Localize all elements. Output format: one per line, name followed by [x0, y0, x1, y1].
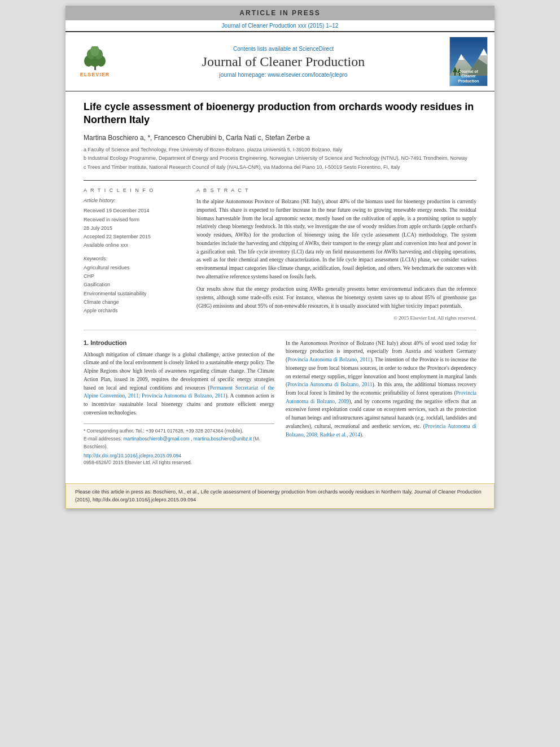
received-date: Received 19 December 2014: [84, 207, 185, 215]
aip-banner: ARTICLE IN PRESS: [65, 6, 495, 20]
journal-homepage-line: journal homepage: www.elsevier.com/locat…: [123, 72, 444, 78]
aip-banner-text: ARTICLE IN PRESS: [239, 9, 320, 17]
keyword-2: Gasification: [84, 281, 185, 289]
email-link-2[interactable]: martina.boschiero@unibz.it: [194, 436, 252, 442]
email-link-1[interactable]: martinaboschierob@gmail.com: [123, 436, 189, 442]
info-dates: Received 19 December 2014 Received in re…: [84, 207, 185, 250]
affiliation-a: a Faculty of Science and Technology, Fre…: [84, 146, 476, 154]
copyright-line: © 2015 Elsevier Ltd. All rights reserved…: [196, 315, 476, 321]
keywords-label: Keywords:: [84, 256, 185, 261]
corresponding-author: * Corresponding author. Tel.: +39 0471 0…: [84, 427, 274, 435]
homepage-label: journal homepage:: [220, 72, 266, 78]
citation-bar: Please cite this article in press as: Bo…: [65, 483, 495, 509]
issn-line: 0959-6526/© 2015 Elsevier Ltd. All right…: [84, 460, 274, 465]
intro-citation-link-5[interactable]: Provincia Autonoma di Bolzano, 2008; Rad…: [286, 423, 476, 438]
intro-heading-text: Introduction: [90, 339, 126, 346]
intro-heading: 1. Introduction: [84, 339, 274, 346]
keyword-1: CHP: [84, 272, 185, 281]
intro-para-1: Although mitigation of climate change is…: [84, 351, 274, 417]
keyword-0: Agricultural residues: [84, 264, 185, 272]
section-divider: [84, 330, 476, 330]
abstract-text-2: Our results show that the energy product…: [196, 285, 476, 310]
intro-para-right: In the Autonomous Province of Bolzano (N…: [286, 339, 476, 439]
journal-cover-image: Journal of Cleaner Production: [449, 37, 488, 86]
email-line: E-mail addresses: martinaboschierob@gmai…: [84, 435, 274, 451]
sciencedirect-link-text[interactable]: ScienceDirect: [299, 46, 334, 52]
authors-text: Martina Boschiero a, *, Francesco Cherub…: [84, 134, 310, 142]
keyword-5: Apple orchards: [84, 307, 185, 315]
article-title: Life cycle assessment of bioenergy produ…: [84, 101, 476, 127]
authors-line: Martina Boschiero a, *, Francesco Cherub…: [84, 134, 476, 142]
email-label: E-mail addresses:: [84, 436, 122, 442]
journal-ref-text: Journal of Cleaner Production xxx (2015)…: [222, 23, 339, 29]
contents-label: Contents lists available at: [233, 46, 297, 52]
article-info-col: A R T I C L E I N F O Article history: R…: [84, 187, 185, 320]
affiliation-b: b Industrial Ecology Programme, Departme…: [84, 155, 476, 163]
doi-link[interactable]: http://dx.doi.org/10.1016/j.jclepro.2015…: [84, 453, 181, 458]
homepage-url[interactable]: www.elsevier.com/locate/jclepro: [268, 72, 347, 78]
elsevier-label: ELSEVIER: [80, 72, 110, 77]
intro-citation-link-2[interactable]: Provincia Autonoma di Bolzano, 2011: [287, 357, 370, 362]
article-info-label: A R T I C L E I N F O: [84, 187, 185, 193]
abstract-text-1: In the alpine Autonomous Province of Bol…: [196, 198, 476, 281]
intro-number: 1.: [84, 339, 89, 346]
intro-citation-link-1[interactable]: Permanent Secretariat of the Alpine Conv…: [84, 385, 274, 399]
keywords-list: Agricultural residues CHP Gasification E…: [84, 264, 185, 316]
journal-header: ELSEVIER Contents lists available at Sci…: [65, 31, 495, 91]
intro-citation-link-3[interactable]: Provincia Autonoma di Bolzano, 2011: [287, 382, 372, 387]
available-online: Available online xxx: [84, 241, 185, 250]
footnote-section: * Corresponding author. Tel.: +39 0471 0…: [84, 423, 274, 451]
article-info-abstract: A R T I C L E I N F O Article history: R…: [84, 180, 476, 320]
article-content: Life cycle assessment of bioenergy produ…: [65, 91, 495, 474]
abstract-col: A B S T R A C T In the alpine Autonomous…: [196, 187, 476, 320]
citation-bar-text: Please cite this article in press as: Bo…: [75, 489, 482, 503]
doi-line: http://dx.doi.org/10.1016/j.jclepro.2015…: [84, 453, 274, 458]
affiliation-c: c Trees and Timber Institute, National R…: [84, 164, 476, 172]
intro-left-col: 1. Introduction Although mitigation of c…: [84, 339, 274, 466]
elsevier-tree-icon: [80, 46, 111, 72]
page: ARTICLE IN PRESS Journal of Cleaner Prod…: [65, 6, 495, 509]
revised-date: Received in revised form 28 July 2015: [84, 216, 185, 233]
cover-title-text: Journal of Cleaner Production: [458, 69, 479, 84]
journal-name: Journal of Cleaner Production: [123, 54, 444, 69]
keyword-3: Environmental sustainability: [84, 290, 185, 298]
accepted-date: Accepted 22 September 2015: [84, 233, 185, 241]
email-separator: ,: [191, 436, 192, 442]
history-label: Article history:: [84, 198, 185, 203]
elsevier-logo: ELSEVIER: [72, 46, 117, 77]
journal-title-block: Contents lists available at ScienceDirec…: [123, 46, 444, 78]
keyword-4: Climate change: [84, 298, 185, 307]
introduction-section: 1. Introduction Although mitigation of c…: [84, 339, 476, 466]
abstract-label: A B S T R A C T: [196, 187, 476, 193]
intro-citation-link-4[interactable]: Provincia Autonoma di Bolzano, 2009: [286, 390, 476, 404]
affiliations: a Faculty of Science and Technology, Fre…: [84, 146, 476, 172]
sciencedirect-line: Contents lists available at ScienceDirec…: [123, 46, 444, 52]
journal-ref-line: Journal of Cleaner Production xxx (2015)…: [65, 20, 495, 31]
intro-right-col: In the Autonomous Province of Bolzano (N…: [286, 339, 476, 466]
